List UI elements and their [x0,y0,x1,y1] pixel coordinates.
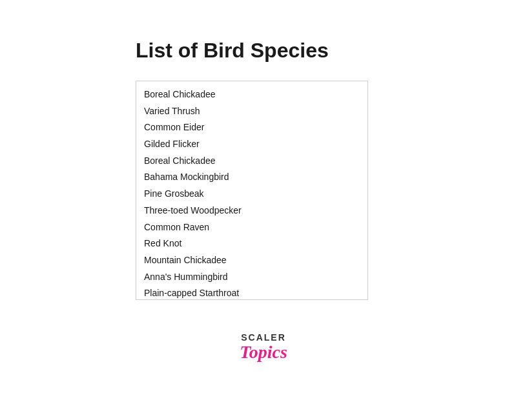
scaler-label: SCALER [241,332,286,343]
page-title: List of Bird Species [136,39,329,63]
list-item: Boreal Chickadee [136,86,367,103]
list-item: Boreal Chickadee [136,153,367,170]
list-item: Bahama Mockingbird [136,169,367,186]
list-item: Plain-capped Starthroat [136,285,367,299]
list-item: Varied Thrush [136,103,367,120]
list-item: Common Eider [136,119,367,136]
branding-area: SCALER Topics [240,332,287,363]
page-container: List of Bird Species Boreal ChickadeeVar… [0,0,527,420]
list-item: Common Raven [136,219,367,236]
bird-list-scroll[interactable]: Boreal ChickadeeVaried ThrushCommon Eide… [136,81,367,299]
list-item: Red Knot [136,235,367,252]
topics-label: Topics [240,343,287,363]
list-item: Mountain Chickadee [136,252,367,269]
list-item: Pine Grosbeak [136,186,367,203]
bird-list-container: Boreal ChickadeeVaried ThrushCommon Eide… [136,81,368,300]
list-item: Three-toed Woodpecker [136,203,367,219]
list-item: Anna's Hummingbird [136,269,367,286]
list-item: Gilded Flicker [136,136,367,153]
